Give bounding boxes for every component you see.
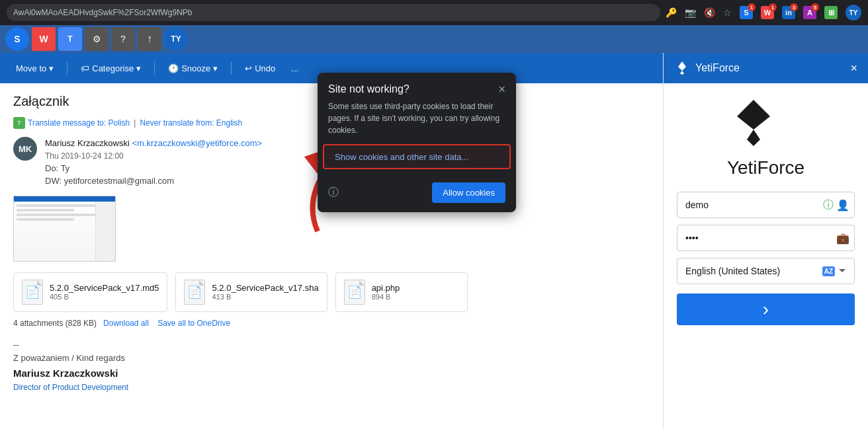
never-translate-link[interactable]: Never translate from: English [140,118,242,128]
yetiforce-logo-icon [727,97,780,149]
download-all-link[interactable]: Download all [103,319,149,328]
address-text: AwAi0wMAoAEADHvdgSwkF%2FSor2WfWg9NPb [13,8,193,17]
file-info-2: 5.2.0_ServicePack_v17.sha 413 B [212,283,318,301]
file-attachment-2[interactable]: 📄 5.2.0_ServicePack_v17.sha 413 B [175,272,327,312]
sig-name: Mariusz Krzaczkowski [13,366,650,381]
user-profile-icon: 👤 [836,199,849,212]
cookie-popup-footer: ⓘ Allow cookies [318,177,516,212]
translate-ext-btn[interactable]: T [58,27,82,51]
cookie-info-icon[interactable]: ⓘ [328,186,339,200]
file-info-3: api.php 894 B [372,283,400,301]
office-ext-btn[interactable]: W [32,27,56,51]
undo-label: Undo [255,63,275,73]
toolbar-divider-3 [231,61,232,75]
office-extension-icon[interactable]: W1 [761,6,774,19]
cookie-popup-header: Site not working? × [318,73,516,100]
thumb-line-4 [17,218,74,221]
move-to-label: Move to [16,63,46,73]
login-submit-button[interactable]: › [677,293,855,325]
yetiforce-logo: YetiForce [727,97,804,178]
camera-icon[interactable]: 📷 [685,7,696,18]
show-cookies-link[interactable]: Show cookies and other site data... [335,152,468,162]
snooze-label: Snooze [181,63,210,73]
cookie-close-button[interactable]: × [498,83,505,95]
sender-name: Mariusz Krzaczkowski [45,138,130,148]
undo-icon: ↩ [245,63,252,73]
thumb-line-2 [17,209,74,212]
sidebar-title: YetiForce [695,62,845,74]
main-layout: Move to ▾ 🏷 Categorise ▾ 🕐 Snooze ▾ ↩ Un… [0,53,868,429]
briefcase-icon: 💼 [836,232,849,245]
user-info-icon[interactable]: ⓘ [823,198,834,212]
categorise-button[interactable]: 🏷 Categorise ▾ [75,61,146,76]
more-label: ... [291,63,298,73]
address-bar[interactable]: AwAi0wMAoAEADHvdgSwkF%2FSor2WfWg9NPb [7,4,660,21]
cookie-popup-title: Site not working? [328,83,410,95]
sidebar-close-button[interactable]: × [850,61,857,75]
profile-ext-btn[interactable]: TY [164,27,188,51]
email-cc: DW: yetiforcetestmail@gmail.com [45,175,262,188]
categorise-chevron-icon: ▾ [136,63,141,73]
browser-icon-group: 🔑 📷 🔇 ☆ S1 W1 in3 A5 ⊞ TY [666,5,861,20]
avatar: MK [13,137,37,161]
share-ext-btn[interactable]: ↑ [138,27,161,51]
save-to-onedrive-link[interactable]: Save all to OneDrive [157,319,230,328]
sidebar-header: YetiForce × [664,53,868,83]
file-attachment-1[interactable]: 📄 5.2.0_ServicePack_v17.md5 405 B [13,272,167,312]
key-icon[interactable]: 🔑 [666,7,677,18]
password-input[interactable] [677,225,855,251]
avatar-icon[interactable]: TY [846,5,861,20]
toolbar-divider-1 [67,61,67,75]
skype-ext-btn[interactable]: S [5,27,29,51]
browser-extensions-row: S W T ⚙ ? ↑ TY [0,25,868,53]
file-name-3: api.php [372,283,400,293]
file-icon-2: 📄 [184,280,205,305]
tag-icon: 🏷 [81,63,89,73]
sidebar-content: YetiForce ⓘ 👤 💼 English (U [664,83,868,429]
cookie-link-row: Show cookies and other site data... [323,144,511,169]
file-icon-1: 📄 [22,280,43,305]
clock-icon: 🕐 [168,63,179,73]
file-info-1: 5.2.0_ServicePack_v17.md5 405 B [50,283,159,301]
snooze-button[interactable]: 🕐 Snooze ▾ [163,61,223,76]
categorise-label: Categorise [92,63,134,73]
cc-label: DW: [45,176,62,186]
more-button[interactable]: ... [286,61,304,76]
move-to-chevron-icon: ▾ [49,63,54,73]
linkedin-extension-icon[interactable]: in3 [782,6,795,19]
email-date: Thu 2019-10-24 12:00 [45,150,262,162]
translate-separator: | [134,118,136,128]
help-ext-btn[interactable]: ? [111,27,135,51]
file-attachment-3[interactable]: 📄 api.php 894 B [335,272,468,312]
file-name-1: 5.2.0_ServicePack_v17.md5 [50,283,159,293]
password-wrapper: 💼 [677,225,855,251]
submit-arrow-icon: › [763,299,769,320]
svg-marker-3 [737,100,770,130]
extra-extension-icon[interactable]: A5 [803,6,816,19]
star-icon[interactable]: ☆ [723,7,732,18]
sig-regards: Z poważaniem / Kind regards [13,352,650,366]
cc-value: yetiforcetestmail@gmail.com [64,176,174,186]
attachment-footer: 4 attachments (828 KB) Download all Save… [13,319,650,328]
sig-role: Director of Product Development [13,381,650,394]
to-label: Do: [45,163,58,173]
move-to-button[interactable]: Move to ▾ [11,61,59,76]
undo-button[interactable]: ↩ Undo [239,61,281,76]
skype-extension-icon[interactable]: S1 [740,6,753,19]
email-to: Do: Ty [45,162,262,175]
puzzle-extension-icon[interactable]: ⊞ [824,6,838,19]
sender-email: <m.krzaczkowski@yetiforce.com> [132,138,262,148]
login-form: ⓘ 👤 💼 English (United States) AZ [677,192,855,325]
file-size-1: 405 B [50,293,159,301]
translate-link[interactable]: Translate message to: Polish [28,118,130,128]
username-wrapper: ⓘ 👤 [677,192,855,218]
translate-icon: T [13,117,25,129]
email-body: -- Z poważaniem / Kind regards Mariusz K… [13,338,650,395]
allow-cookies-button[interactable]: Allow cookies [432,182,505,203]
file-size-3: 894 B [372,293,400,301]
attachments-row: 📄 5.2.0_ServicePack_v17.md5 405 B 📄 5.2.… [13,272,650,312]
yetiforce-sidebar: YetiForce × YetiForce ⓘ 👤 [663,53,868,429]
mute-icon[interactable]: 🔇 [704,7,715,18]
email-from: Mariusz Krzaczkowski <m.krzaczkowski@yet… [45,137,262,150]
settings-ext-btn[interactable]: ⚙ [85,27,108,51]
